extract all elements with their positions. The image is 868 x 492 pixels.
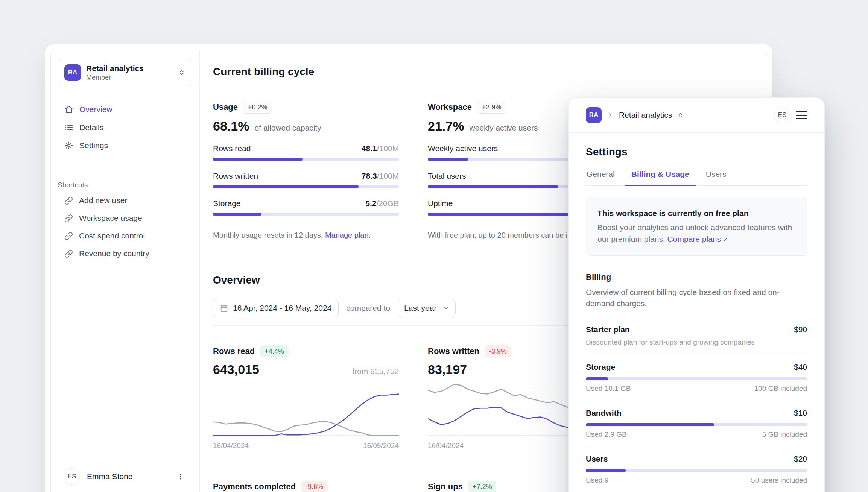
card-label: Rows read (213, 346, 255, 356)
usage-big-caption: of allowed capacity (254, 123, 321, 132)
compare-select-value: Last year (404, 304, 436, 313)
manage-plan-link[interactable]: Manage plan. (325, 231, 371, 239)
item-included: 5 GB included (762, 430, 807, 439)
rows-read-card: Rows read +4.4% 643,015 from 615,752 16/… (213, 345, 399, 450)
sidebar-item-settings[interactable]: Settings (58, 137, 192, 154)
meter-value: 5.2 (365, 199, 376, 208)
workspace-change-badge: +2.9% (477, 101, 506, 114)
workspace-avatar[interactable]: RA (586, 107, 602, 123)
tab-users[interactable]: Users (699, 164, 733, 186)
usage-label: Usage (213, 102, 238, 112)
kebab-menu-icon[interactable] (175, 471, 187, 483)
compare-select[interactable]: Last year (398, 299, 456, 317)
compare-plans-link[interactable]: Compare plans (667, 235, 729, 243)
settings-panel-header: RA Retail analytics ES (569, 98, 824, 133)
card-change-badge: +7.2% (468, 481, 497, 492)
date-range-picker[interactable]: 16 Apr, 2024 - 16 May, 2024 (213, 299, 339, 317)
meter-value: 78.3 (362, 172, 377, 180)
workspace-big-caption: weekly active users (469, 123, 538, 132)
progress-bar (213, 158, 399, 161)
shortcut-label: Cost spend control (79, 231, 145, 240)
workspace-big-value: 21.7% (428, 119, 464, 134)
notice-body: Boost your analytics and unlock advanced… (597, 222, 795, 245)
link-icon (64, 196, 73, 205)
chevron-right-icon (607, 112, 614, 118)
progress-bar (586, 377, 807, 380)
payments-completed-card: Payments completed -9.6% (213, 481, 399, 492)
card-label: Sign ups (428, 482, 463, 492)
external-link-icon (722, 236, 729, 243)
shortcut-label: Add new user (79, 196, 127, 205)
usage-section: Usage +0.2% 68.1% of allowed capacity Ro… (213, 101, 399, 240)
meter-label: Total users (428, 171, 466, 181)
item-price: $10 (794, 408, 807, 418)
sidebar-item-label: Details (79, 123, 103, 132)
billing-item-bandwith: Bandwith $10 Used 2.9 GB 5 GB included (586, 408, 807, 446)
shortcut-cost-spend-control[interactable]: Cost spend control (58, 228, 192, 244)
usage-change-badge: +0.2% (243, 101, 272, 114)
card-label: Rows written (428, 346, 479, 356)
shortcut-workspace-usage[interactable]: Workspace usage (58, 210, 192, 226)
item-name: Users (586, 454, 608, 464)
progress-bar (213, 185, 399, 188)
current-user[interactable]: ES Emma Stone (58, 468, 192, 485)
sidebar-item-overview[interactable]: Overview (58, 101, 192, 118)
shortcut-add-new-user[interactable]: Add new user (58, 192, 192, 209)
item-description: Discounted plan for start-ups and growin… (586, 337, 807, 347)
meter-rows-read: Rows read 48.1/100M (213, 144, 399, 161)
shortcut-revenue-by-country[interactable]: Revenue by country (58, 245, 192, 262)
card-label: Payments completed (213, 482, 296, 492)
workspace-role: Member (86, 73, 172, 82)
free-plan-notice: This workspace is currently on free plan… (586, 197, 807, 256)
meter-label: Storage (213, 199, 241, 208)
item-price: $40 (794, 362, 807, 372)
home-icon (64, 105, 73, 114)
chevron-updown-icon (178, 68, 186, 77)
billing-description: Overview of current billing cycle based … (586, 287, 785, 309)
rows-read-chart (213, 384, 399, 438)
tab-general[interactable]: General (586, 164, 622, 186)
sidebar-item-details[interactable]: Details (58, 119, 192, 136)
workspace-avatar: RA (64, 64, 81, 81)
billing-items: Starter plan $90 Discounted plan for sta… (586, 324, 807, 492)
list-icon (64, 123, 73, 132)
workspace-switcher[interactable]: RA Retail analytics Member (58, 59, 192, 86)
user-avatar: ES (64, 468, 80, 485)
sidebar-item-label: Settings (79, 141, 108, 150)
meter-storage: Storage 5.2/20GB (213, 199, 399, 216)
meter-label: Rows written (213, 171, 258, 181)
item-price: $90 (794, 324, 807, 335)
link-icon (64, 214, 73, 223)
card-compare-value: from 615,752 (352, 367, 399, 376)
breadcrumb-workspace-name[interactable]: Retail analytics (619, 111, 672, 120)
item-name: Bandwith (586, 408, 622, 418)
progress-bar (213, 213, 399, 216)
billing-item-users: Users $20 Used 9 50 users included (586, 454, 807, 492)
progress-bar (586, 469, 807, 472)
hamburger-menu-icon[interactable] (796, 111, 807, 119)
item-name: Storage (586, 362, 615, 372)
chevron-updown-icon[interactable] (677, 112, 684, 118)
link-icon (64, 232, 73, 240)
shortcut-label: Workspace usage (79, 214, 142, 223)
meter-label: Rows read (213, 144, 251, 153)
settings-title: Settings (586, 146, 807, 158)
meter-limit: /100M (377, 144, 399, 153)
item-included: 50 users included (751, 476, 807, 484)
sidebar-item-label: Overview (79, 105, 112, 114)
user-avatar[interactable]: ES (774, 107, 790, 123)
settings-tabs: General Billing & Usage Users (586, 164, 807, 186)
item-used: Used 9 (586, 476, 608, 484)
workspace-label: Workspace (428, 102, 472, 112)
progress-bar (586, 423, 807, 426)
calendar-icon (220, 304, 228, 312)
item-used: Used 10.1 GB (586, 384, 631, 393)
workspace-name: Retail analytics (86, 64, 172, 73)
billing-heading: Billing (586, 272, 807, 282)
settings-panel: RA Retail analytics ES Settings General … (568, 97, 825, 492)
compared-to-label: compared to (346, 304, 390, 313)
link-icon (64, 249, 73, 258)
usage-big-value: 68.1% (213, 119, 249, 134)
meter-limit: /100M (377, 172, 399, 180)
tab-billing-usage[interactable]: Billing & Usage (625, 164, 696, 186)
